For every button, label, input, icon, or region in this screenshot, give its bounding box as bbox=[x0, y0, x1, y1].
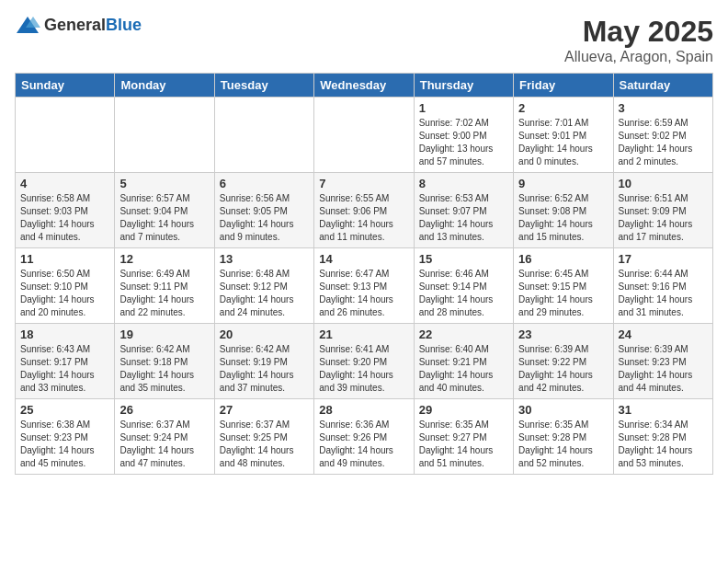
calendar-cell bbox=[214, 98, 313, 173]
calendar-cell: 9Sunrise: 6:52 AMSunset: 9:08 PMDaylight… bbox=[514, 173, 613, 248]
calendar-cell: 13Sunrise: 6:48 AMSunset: 9:12 PMDayligh… bbox=[214, 248, 313, 324]
day-number: 2 bbox=[518, 101, 608, 115]
day-number: 29 bbox=[419, 403, 508, 417]
calendar-cell: 4Sunrise: 6:58 AMSunset: 9:03 PMDaylight… bbox=[16, 173, 115, 248]
calendar-cell: 15Sunrise: 6:46 AMSunset: 9:14 PMDayligh… bbox=[414, 248, 513, 324]
cell-sun-info: Sunrise: 7:01 AMSunset: 9:01 PMDaylight:… bbox=[518, 117, 608, 168]
calendar-cell: 24Sunrise: 6:39 AMSunset: 9:23 PMDayligh… bbox=[613, 324, 712, 399]
cell-sun-info: Sunrise: 6:59 AMSunset: 9:02 PMDaylight:… bbox=[619, 117, 708, 168]
cell-sun-info: Sunrise: 6:41 AMSunset: 9:20 PMDaylight:… bbox=[319, 343, 408, 395]
day-number: 27 bbox=[220, 403, 309, 417]
day-number: 12 bbox=[119, 252, 209, 266]
cell-sun-info: Sunrise: 6:47 AMSunset: 9:13 PMDaylight:… bbox=[319, 268, 408, 319]
cell-sun-info: Sunrise: 6:45 AMSunset: 9:15 PMDaylight:… bbox=[518, 268, 608, 319]
calendar-cell bbox=[314, 98, 414, 173]
cell-sun-info: Sunrise: 6:56 AMSunset: 9:05 PMDaylight:… bbox=[220, 192, 309, 244]
day-number: 7 bbox=[319, 177, 408, 190]
calendar-cell: 25Sunrise: 6:38 AMSunset: 9:23 PMDayligh… bbox=[16, 399, 115, 475]
day-number: 11 bbox=[20, 252, 109, 266]
day-number: 10 bbox=[619, 177, 708, 190]
day-number: 8 bbox=[419, 177, 508, 190]
calendar-row-4: 25Sunrise: 6:38 AMSunset: 9:23 PMDayligh… bbox=[16, 399, 713, 475]
calendar-row-1: 4Sunrise: 6:58 AMSunset: 9:03 PMDaylight… bbox=[16, 173, 713, 248]
day-number: 13 bbox=[220, 252, 309, 266]
location-title: Allueva, Aragon, Spain bbox=[564, 49, 713, 65]
day-number: 21 bbox=[319, 327, 408, 341]
calendar-cell: 20Sunrise: 6:42 AMSunset: 9:19 PMDayligh… bbox=[214, 324, 313, 399]
logo-text-blue: Blue bbox=[106, 16, 142, 34]
month-title: May 2025 bbox=[564, 15, 713, 49]
cell-sun-info: Sunrise: 6:34 AMSunset: 9:28 PMDaylight:… bbox=[619, 419, 708, 470]
cell-sun-info: Sunrise: 6:58 AMSunset: 9:03 PMDaylight:… bbox=[20, 192, 109, 244]
calendar-cell: 21Sunrise: 6:41 AMSunset: 9:20 PMDayligh… bbox=[314, 324, 414, 399]
calendar-cell: 5Sunrise: 6:57 AMSunset: 9:04 PMDaylight… bbox=[115, 173, 214, 248]
calendar-cell: 14Sunrise: 6:47 AMSunset: 9:13 PMDayligh… bbox=[314, 248, 414, 324]
calendar-cell: 12Sunrise: 6:49 AMSunset: 9:11 PMDayligh… bbox=[115, 248, 214, 324]
cell-sun-info: Sunrise: 6:42 AMSunset: 9:19 PMDaylight:… bbox=[220, 343, 309, 395]
cell-sun-info: Sunrise: 6:46 AMSunset: 9:14 PMDaylight:… bbox=[419, 268, 508, 319]
cell-sun-info: Sunrise: 6:35 AMSunset: 9:28 PMDaylight:… bbox=[518, 419, 608, 470]
day-number: 1 bbox=[419, 101, 508, 115]
day-number: 23 bbox=[518, 327, 608, 341]
logo-icon bbox=[15, 15, 40, 35]
day-number: 22 bbox=[419, 327, 508, 341]
calendar-cell: 26Sunrise: 6:37 AMSunset: 9:24 PMDayligh… bbox=[115, 399, 214, 475]
calendar-cell: 22Sunrise: 6:40 AMSunset: 9:21 PMDayligh… bbox=[414, 324, 513, 399]
weekday-header-sunday: Sunday bbox=[16, 74, 115, 98]
calendar-cell: 31Sunrise: 6:34 AMSunset: 9:28 PMDayligh… bbox=[613, 399, 712, 475]
cell-sun-info: Sunrise: 6:55 AMSunset: 9:06 PMDaylight:… bbox=[319, 192, 408, 244]
calendar-cell: 10Sunrise: 6:51 AMSunset: 9:09 PMDayligh… bbox=[613, 173, 712, 248]
cell-sun-info: Sunrise: 6:49 AMSunset: 9:11 PMDaylight:… bbox=[119, 268, 209, 319]
day-number: 20 bbox=[220, 327, 309, 341]
day-number: 26 bbox=[119, 403, 209, 417]
cell-sun-info: Sunrise: 6:53 AMSunset: 9:07 PMDaylight:… bbox=[419, 192, 508, 244]
day-number: 19 bbox=[119, 327, 209, 341]
cell-sun-info: Sunrise: 6:40 AMSunset: 9:21 PMDaylight:… bbox=[419, 343, 508, 395]
cell-sun-info: Sunrise: 6:39 AMSunset: 9:22 PMDaylight:… bbox=[518, 343, 608, 395]
day-number: 14 bbox=[319, 252, 408, 266]
calendar-table: SundayMondayTuesdayWednesdayThursdayFrid… bbox=[15, 73, 713, 475]
cell-sun-info: Sunrise: 6:42 AMSunset: 9:18 PMDaylight:… bbox=[119, 343, 209, 395]
day-number: 3 bbox=[619, 101, 708, 115]
logo-text-general: General bbox=[44, 16, 106, 34]
calendar-cell: 7Sunrise: 6:55 AMSunset: 9:06 PMDaylight… bbox=[314, 173, 414, 248]
day-number: 6 bbox=[220, 177, 309, 190]
day-number: 17 bbox=[619, 252, 708, 266]
cell-sun-info: Sunrise: 6:51 AMSunset: 9:09 PMDaylight:… bbox=[619, 192, 708, 244]
cell-sun-info: Sunrise: 6:44 AMSunset: 9:16 PMDaylight:… bbox=[619, 268, 708, 319]
cell-sun-info: Sunrise: 6:48 AMSunset: 9:12 PMDaylight:… bbox=[220, 268, 309, 319]
calendar-cell: 8Sunrise: 6:53 AMSunset: 9:07 PMDaylight… bbox=[414, 173, 513, 248]
day-number: 5 bbox=[119, 177, 209, 190]
cell-sun-info: Sunrise: 6:37 AMSunset: 9:24 PMDaylight:… bbox=[119, 419, 209, 470]
cell-sun-info: Sunrise: 6:38 AMSunset: 9:23 PMDaylight:… bbox=[20, 419, 109, 470]
day-number: 30 bbox=[518, 403, 608, 417]
weekday-header-thursday: Thursday bbox=[414, 74, 513, 98]
day-number: 18 bbox=[20, 327, 109, 341]
cell-sun-info: Sunrise: 6:36 AMSunset: 9:26 PMDaylight:… bbox=[319, 419, 408, 470]
calendar-row-3: 18Sunrise: 6:43 AMSunset: 9:17 PMDayligh… bbox=[16, 324, 713, 399]
cell-sun-info: Sunrise: 6:35 AMSunset: 9:27 PMDaylight:… bbox=[419, 419, 508, 470]
calendar-cell: 27Sunrise: 6:37 AMSunset: 9:25 PMDayligh… bbox=[214, 399, 313, 475]
calendar-cell: 1Sunrise: 7:02 AMSunset: 9:00 PMDaylight… bbox=[414, 98, 513, 173]
calendar-row-2: 11Sunrise: 6:50 AMSunset: 9:10 PMDayligh… bbox=[16, 248, 713, 324]
calendar-cell: 3Sunrise: 6:59 AMSunset: 9:02 PMDaylight… bbox=[613, 98, 712, 173]
weekday-header-wednesday: Wednesday bbox=[314, 74, 414, 98]
calendar-cell bbox=[115, 98, 214, 173]
day-number: 16 bbox=[518, 252, 608, 266]
calendar-cell: 18Sunrise: 6:43 AMSunset: 9:17 PMDayligh… bbox=[16, 324, 115, 399]
day-number: 15 bbox=[419, 252, 508, 266]
weekday-header-monday: Monday bbox=[115, 74, 214, 98]
weekday-header-saturday: Saturday bbox=[613, 74, 712, 98]
calendar-cell: 17Sunrise: 6:44 AMSunset: 9:16 PMDayligh… bbox=[613, 248, 712, 324]
weekday-header-friday: Friday bbox=[514, 74, 613, 98]
logo: GeneralBlue bbox=[15, 15, 142, 35]
cell-sun-info: Sunrise: 6:43 AMSunset: 9:17 PMDaylight:… bbox=[20, 343, 109, 395]
day-number: 24 bbox=[619, 327, 708, 341]
cell-sun-info: Sunrise: 7:02 AMSunset: 9:00 PMDaylight:… bbox=[419, 117, 508, 168]
calendar-cell: 28Sunrise: 6:36 AMSunset: 9:26 PMDayligh… bbox=[314, 399, 414, 475]
calendar-cell: 11Sunrise: 6:50 AMSunset: 9:10 PMDayligh… bbox=[16, 248, 115, 324]
day-number: 28 bbox=[319, 403, 408, 417]
cell-sun-info: Sunrise: 6:39 AMSunset: 9:23 PMDaylight:… bbox=[619, 343, 708, 395]
day-number: 25 bbox=[20, 403, 109, 417]
day-number: 9 bbox=[518, 177, 608, 190]
